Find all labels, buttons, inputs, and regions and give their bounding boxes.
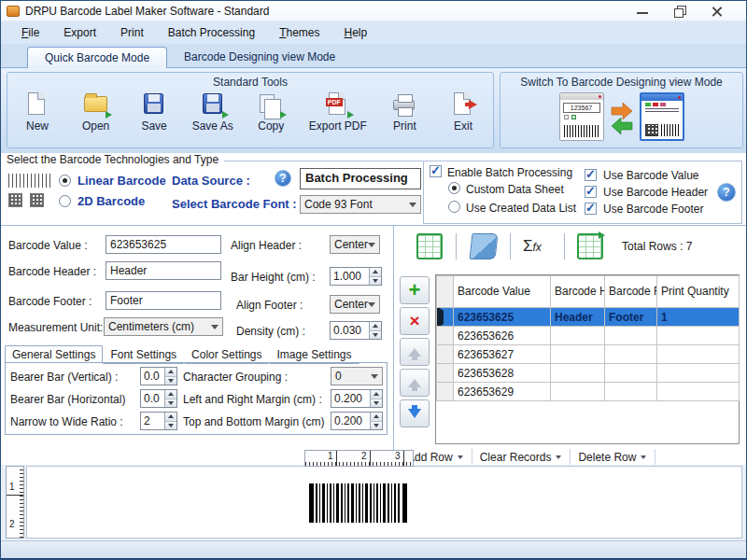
menu-file[interactable]: File [10, 23, 50, 42]
top-bottom-margin-stepper[interactable]: 0.200 [331, 412, 383, 430]
bearer-bar-horizontal-stepper[interactable]: 0.0 [140, 389, 177, 408]
menu-batch-processing[interactable]: Batch Processing [157, 23, 266, 42]
align-footer-select[interactable]: Center [330, 295, 380, 314]
use-barcode-value-label[interactable]: Use Barcode Value [603, 169, 699, 182]
save-as-button[interactable]: Save As [192, 91, 233, 133]
measurement-unit-select[interactable]: Centimeters (cm) [104, 317, 223, 336]
bar-height-stepper[interactable]: 1.000 [330, 267, 382, 286]
menu-print[interactable]: Print [109, 23, 155, 42]
save-button[interactable]: Save [134, 91, 175, 133]
datamatrix-icon [8, 193, 22, 207]
linear-barcode-label[interactable]: Linear Barcode [78, 174, 166, 188]
narrow-wide-ratio-stepper[interactable]: 2 [140, 412, 177, 430]
open-folder-icon [82, 91, 110, 119]
tab-quick-barcode-mode[interactable]: Quick Barcode Mode [27, 47, 167, 68]
add-row-icon-button[interactable]: + [400, 276, 430, 304]
copy-button[interactable]: Copy [250, 91, 291, 133]
tab-image-settings[interactable]: Image Settings [269, 345, 359, 364]
data-source-field[interactable]: Batch Processing [300, 168, 421, 189]
title-bar: DRPU Barcode Label Maker Software - Stan… [1, 1, 746, 21]
barcode-font-select[interactable]: Code 93 Font [300, 195, 421, 214]
character-grouping-select[interactable]: 0 [331, 367, 383, 385]
switch-mode-title: Switch To Barcode Designing view Mode [500, 73, 742, 89]
align-header-select[interactable]: Center [330, 235, 380, 254]
barcode-value-input[interactable]: 623653625 [106, 235, 221, 254]
settings-tabstrip: General Settings Font Settings Color Set… [5, 345, 359, 364]
col-barcode-value[interactable]: Barcode Value [454, 276, 551, 308]
custom-data-sheet-label[interactable]: Custom Data Sheet [466, 183, 564, 196]
chevron-down-icon [556, 455, 561, 459]
use-options-help-icon[interactable]: ? [717, 183, 736, 202]
density-stepper[interactable]: 0.030 [330, 321, 382, 340]
exit-button[interactable]: Exit [443, 91, 484, 133]
table-row[interactable]: 623653625 Header Footer 1 [437, 308, 740, 327]
restore-icon[interactable] [673, 6, 686, 17]
barcode-footer-label: Barcode Footer : [8, 295, 92, 308]
delete-row-button[interactable]: Delete Row [571, 449, 655, 466]
bearer-bar-horizontal-label: Bearer Bar (Horizontal) [10, 393, 125, 406]
table-row[interactable]: 623653627 [437, 345, 740, 364]
linear-barcode-radio[interactable] [59, 175, 71, 187]
menu-help[interactable]: Help [333, 23, 379, 42]
export-excel-icon[interactable] [577, 233, 603, 259]
open-button[interactable]: Open [76, 91, 117, 133]
export-pdf-button[interactable]: PDF Export PDF [309, 91, 367, 133]
minimize-icon[interactable] [636, 6, 649, 17]
linear-barcode-icon [8, 174, 53, 188]
col-barcode-footer[interactable]: Barcode Footer [605, 276, 657, 308]
save-as-floppy-icon [199, 91, 227, 119]
custom-data-sheet-radio[interactable] [448, 182, 460, 194]
table-row[interactable]: 623653628 [437, 364, 740, 383]
tab-barcode-designing-view-mode[interactable]: Barcode Designing view Mode [167, 47, 352, 67]
enable-batch-checkbox[interactable] [430, 165, 442, 177]
enable-batch-label[interactable]: Enable Batch Processing [447, 166, 572, 179]
switch-mode-group[interactable]: Switch To Barcode Designing view Mode 12… [500, 72, 743, 148]
col-print-quantity[interactable]: Print Quantity [657, 276, 740, 308]
use-created-data-list-label[interactable]: Use Created Data List [466, 202, 576, 215]
close-icon[interactable] [711, 6, 724, 17]
menu-themes[interactable]: Themes [268, 23, 331, 42]
align-header-label: Align Header : [231, 239, 302, 252]
move-down-icon-button[interactable] [400, 399, 430, 427]
new-button[interactable]: New [17, 91, 58, 133]
menu-bar: File Export Print Batch Processing Theme… [1, 21, 746, 44]
2d-barcode-label[interactable]: 2D Barcode [78, 194, 145, 208]
use-barcode-footer-checkbox[interactable] [585, 203, 597, 215]
excel-sheet-icon[interactable] [416, 233, 443, 259]
tab-font-settings[interactable]: Font Settings [103, 345, 184, 364]
move-top-icon-button[interactable] [400, 338, 430, 366]
use-barcode-value-checkbox[interactable] [585, 169, 597, 181]
delete-row-icon-button[interactable]: × [400, 307, 430, 335]
horizontal-ruler: 1 2 3 [304, 450, 414, 467]
2d-barcode-radio[interactable] [59, 195, 71, 207]
use-barcode-footer-label[interactable]: Use Barcode Footer [603, 203, 703, 216]
left-right-margin-stepper[interactable]: 0.200 [331, 389, 383, 408]
use-created-data-list-radio[interactable] [448, 201, 460, 213]
formula-icon[interactable]: Σfx [523, 237, 542, 256]
barcode-header-input[interactable]: Header [106, 261, 221, 280]
data-source-help-icon[interactable]: ? [275, 170, 291, 187]
designer-mode-preview-icon [640, 92, 684, 141]
table-row[interactable]: 623653626 [437, 327, 740, 345]
character-grouping-label: Character Grouping : [183, 371, 288, 384]
use-barcode-header-checkbox[interactable] [585, 186, 597, 198]
clear-records-button[interactable]: Clear Records [472, 449, 571, 466]
use-barcode-header-label[interactable]: Use Barcode Header [603, 186, 708, 199]
new-page-icon [23, 91, 51, 119]
batch-data-grid[interactable]: Barcode Value Barcode Header Barcode Foo… [435, 274, 740, 444]
tab-color-settings[interactable]: Color Settings [184, 345, 269, 364]
menu-export[interactable]: Export [52, 23, 107, 42]
barcode-footer-input[interactable]: Footer [106, 291, 221, 310]
import-data-icon[interactable] [470, 233, 499, 259]
main-zone: Barcode Value : 623653625 Align Header :… [1, 225, 746, 465]
save-floppy-icon [140, 91, 168, 119]
status-bar [1, 540, 746, 558]
table-row[interactable]: 623653629 [437, 383, 740, 401]
bearer-bar-vertical-stepper[interactable]: 0.0 [140, 367, 177, 385]
print-button[interactable]: Print [384, 91, 425, 133]
move-up-icon-button[interactable] [400, 369, 430, 397]
col-barcode-header[interactable]: Barcode Header [551, 276, 605, 308]
row-selector-cell[interactable] [437, 308, 454, 327]
tab-general-settings[interactable]: General Settings [5, 345, 103, 364]
exit-icon [449, 91, 477, 119]
